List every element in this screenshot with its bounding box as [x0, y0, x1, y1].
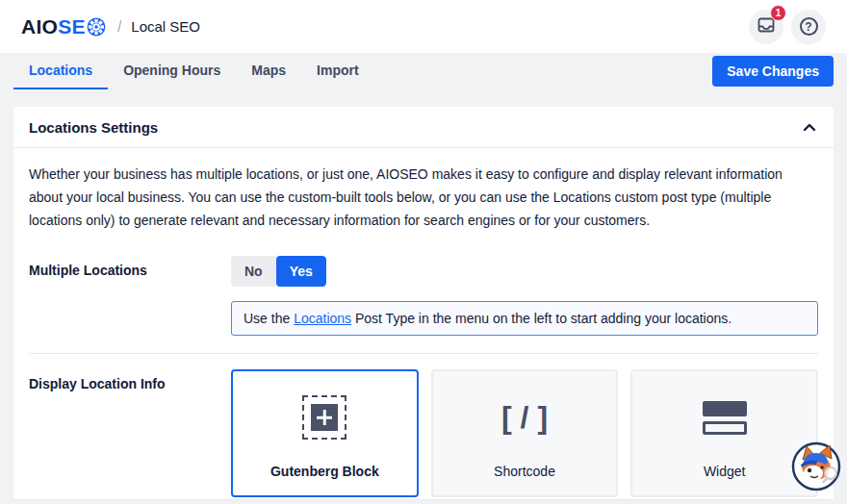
tab-locations[interactable]: Locations [13, 53, 108, 89]
breadcrumb: Local SEO [131, 18, 200, 35]
option-card-gutenberg-block[interactable]: Gutenberg Block [231, 369, 419, 497]
logo-part-se: SE [58, 15, 86, 38]
option-card-label: Widget [704, 464, 746, 479]
multiple-locations-toggle: No Yes [231, 256, 326, 287]
app-header: AIOSE / Local SEO [0, 0, 847, 53]
option-card-shortcode[interactable]: [/] Shortcode [431, 369, 619, 497]
locations-post-type-link[interactable]: Locations [294, 311, 351, 326]
save-changes-button[interactable]: Save Changes [712, 56, 834, 87]
panel-header-toggle[interactable]: Locations Settings [13, 107, 834, 148]
section-divider [29, 353, 818, 354]
tab-maps[interactable]: Maps [236, 53, 301, 89]
notifications-button[interactable]: 1 [749, 10, 783, 44]
section-description: Whether your business has multiple locat… [29, 163, 818, 232]
tab-opening-hours[interactable]: Opening Hours [108, 53, 236, 89]
toggle-option-no[interactable]: No [231, 256, 276, 287]
help-button[interactable]: ? [791, 10, 826, 44]
notice-text-post: Post Type in the menu on the left to sta… [351, 311, 732, 326]
tab-bar: Locations Opening Hours Maps Import Save… [0, 53, 847, 89]
notice-text-pre: Use the [244, 311, 294, 326]
logo-part-aio: AIO [21, 15, 58, 38]
aioseo-fox-mascot[interactable] [791, 441, 841, 491]
toggle-option-yes[interactable]: Yes [276, 256, 326, 287]
multiple-locations-row: Multiple Locations No Yes Use the Locati… [29, 256, 818, 336]
aioseo-logo[interactable]: AIOSE [21, 15, 106, 38]
multiple-locations-label: Multiple Locations [29, 256, 231, 336]
tab-import[interactable]: Import [301, 53, 374, 89]
panel-title: Locations Settings [29, 119, 158, 136]
display-location-info-row: Display Location Info Gutenberg Block [29, 369, 818, 497]
breadcrumb-separator: / [117, 18, 121, 36]
aioseo-gear-icon [87, 17, 106, 37]
option-card-label: Shortcode [494, 464, 555, 479]
display-options: Gutenberg Block [/] Shortcode [231, 369, 818, 497]
shortcode-icon: [/] [493, 400, 556, 436]
logo-text: AIOSE [21, 15, 86, 38]
main-content: Locations Settings Whether your business… [0, 89, 847, 504]
help-icon: ? [800, 17, 818, 36]
chevron-up-icon[interactable] [803, 118, 816, 136]
option-card-label: Gutenberg Block [270, 464, 379, 479]
locations-settings-panel: Locations Settings Whether your business… [13, 107, 834, 499]
display-location-info-label: Display Location Info [29, 369, 231, 497]
gutenberg-block-icon [302, 395, 346, 440]
option-card-widget[interactable]: Widget [630, 369, 818, 497]
notification-badge: 1 [770, 5, 786, 21]
locations-post-type-notice: Use the Locations Post Type in the menu … [231, 301, 818, 336]
widget-icon [703, 401, 747, 435]
